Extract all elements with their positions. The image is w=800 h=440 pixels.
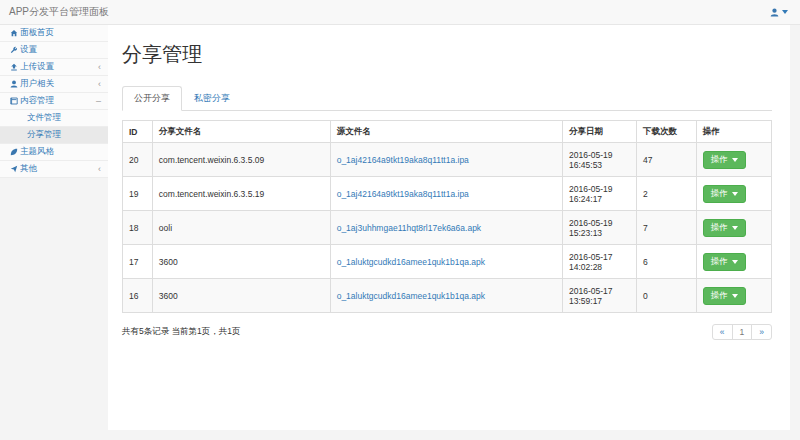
- table-footer: 共有5条记录 当前第1页，共1页 « 1 »: [122, 324, 772, 340]
- pagination-next[interactable]: »: [751, 324, 772, 340]
- caret-down-icon: [732, 226, 738, 230]
- cell-actions: 操作: [696, 245, 771, 279]
- cell-source-name: o_1aj42164a9tkt19aka8q11tt1a.ipa: [330, 177, 562, 211]
- page-layout: 面板首页 设置 上传设置 ‹ 用户相关 ‹ 内容管理 –: [0, 25, 800, 440]
- cell-id: 16: [123, 279, 153, 313]
- pagination-page-1[interactable]: 1: [732, 324, 753, 340]
- table-row: 20 com.tencent.weixin.6.3.5.09 o_1aj4216…: [123, 143, 772, 177]
- cell-source-name: o_1aluktgcudkd16amee1quk1b1qa.apk: [330, 245, 562, 279]
- sidebar-item-label: 上传设置: [20, 61, 98, 73]
- table-row: 16 3600 o_1aluktgcudkd16amee1quk1b1qa.ap…: [123, 279, 772, 313]
- action-button-label: 操作: [711, 290, 728, 302]
- cell-date: 2016-05-17 14:02:28: [563, 245, 637, 279]
- cell-id: 18: [123, 211, 153, 245]
- sidebar-item-theme[interactable]: 主题风格: [0, 144, 108, 161]
- column-header-id: ID: [123, 121, 153, 143]
- home-icon: [10, 29, 20, 37]
- column-header-actions: 操作: [696, 121, 771, 143]
- share-table: ID 分享文件名 源文件名 分享日期 下载次数 操作 20 com.tencen…: [122, 120, 772, 313]
- sidebar-item-settings[interactable]: 设置: [0, 42, 108, 59]
- column-header-source-name: 源文件名: [330, 121, 562, 143]
- cell-downloads: 6: [636, 245, 696, 279]
- sidebar-item-share-management[interactable]: 分享管理: [0, 127, 108, 144]
- column-header-share-name: 分享文件名: [152, 121, 330, 143]
- sidebar-item-upload-settings[interactable]: 上传设置 ‹: [0, 59, 108, 76]
- user-icon: [770, 8, 779, 17]
- action-button-label: 操作: [711, 222, 728, 234]
- source-file-link[interactable]: o_1aluktgcudkd16amee1quk1b1qa.apk: [337, 291, 485, 301]
- cell-downloads: 0: [636, 279, 696, 313]
- action-button-label: 操作: [711, 154, 728, 166]
- tab-private-share[interactable]: 私密分享: [182, 86, 242, 111]
- chevron-left-icon: ‹: [98, 165, 101, 174]
- cell-share-name: ooli: [152, 211, 330, 245]
- source-file-link[interactable]: o_1aj42164a9tkt19aka8q11tt1a.ipa: [337, 155, 469, 165]
- cell-actions: 操作: [696, 211, 771, 245]
- sidebar-item-other[interactable]: 其他 ‹: [0, 161, 108, 178]
- action-dropdown-button[interactable]: 操作: [703, 253, 746, 271]
- action-dropdown-button[interactable]: 操作: [703, 185, 746, 203]
- table-row: 18 ooli o_1aj3uhhmgae11hqt8rl17ek6a6a.ap…: [123, 211, 772, 245]
- top-navbar: APP分发平台管理面板: [0, 0, 800, 25]
- main-content: 分享管理 公开分享 私密分享 ID 分享文件名 源文件名 分享日期 下载次数 操…: [108, 25, 790, 430]
- sidebar-item-label: 面板首页: [20, 27, 101, 39]
- upload-icon: [10, 63, 20, 71]
- action-dropdown-button[interactable]: 操作: [703, 219, 746, 237]
- source-file-link[interactable]: o_1aj3uhhmgae11hqt8rl17ek6a6a.apk: [337, 223, 481, 233]
- sidebar-item-label: 用户相关: [20, 78, 98, 90]
- tab-public-share[interactable]: 公开分享: [122, 86, 182, 111]
- sidebar-item-label: 分享管理: [27, 129, 101, 141]
- app-title: APP分发平台管理面板: [9, 5, 109, 19]
- sidebar-item-label: 其他: [20, 163, 98, 175]
- caret-down-icon: [732, 158, 738, 162]
- cell-actions: 操作: [696, 143, 771, 177]
- user-dropdown[interactable]: [770, 8, 788, 17]
- cell-source-name: o_1aj42164a9tkt19aka8q11tt1a.ipa: [330, 143, 562, 177]
- action-dropdown-button[interactable]: 操作: [703, 151, 746, 169]
- caret-down-icon: [732, 294, 738, 298]
- cell-share-name: 3600: [152, 245, 330, 279]
- cell-share-name: 3600: [152, 279, 330, 313]
- chevron-expanded-icon: –: [96, 97, 101, 106]
- cell-id: 17: [123, 245, 153, 279]
- wrench-icon: [10, 46, 20, 54]
- action-button-label: 操作: [711, 256, 728, 268]
- chevron-left-icon: ‹: [98, 63, 101, 72]
- cell-downloads: 2: [636, 177, 696, 211]
- cell-actions: 操作: [696, 279, 771, 313]
- records-summary: 共有5条记录 当前第1页，共1页: [122, 326, 241, 338]
- theme-icon: [10, 148, 20, 156]
- cell-downloads: 47: [636, 143, 696, 177]
- source-file-link[interactable]: o_1aj42164a9tkt19aka8q11tt1a.ipa: [337, 189, 469, 199]
- sidebar-item-users[interactable]: 用户相关 ‹: [0, 76, 108, 93]
- cell-share-name: com.tencent.weixin.6.3.5.09: [152, 143, 330, 177]
- pagination-prev[interactable]: «: [712, 324, 733, 340]
- chevron-left-icon: ‹: [98, 80, 101, 89]
- sidebar-item-home[interactable]: 面板首页: [0, 25, 108, 42]
- cell-date: 2016-05-17 13:59:17: [563, 279, 637, 313]
- action-button-label: 操作: [711, 188, 728, 200]
- sidebar-item-content-management[interactable]: 内容管理 –: [0, 93, 108, 110]
- cell-downloads: 7: [636, 211, 696, 245]
- source-file-link[interactable]: o_1aluktgcudkd16amee1quk1b1qa.apk: [337, 257, 485, 267]
- sidebar-item-label: 内容管理: [20, 95, 96, 107]
- cell-id: 20: [123, 143, 153, 177]
- cell-share-name: com.tencent.weixin.6.3.5.19: [152, 177, 330, 211]
- chevron-down-icon: [782, 10, 788, 14]
- sidebar: 面板首页 设置 上传设置 ‹ 用户相关 ‹ 内容管理 –: [0, 25, 108, 178]
- column-header-downloads: 下载次数: [636, 121, 696, 143]
- user-icon: [10, 80, 20, 88]
- caret-down-icon: [732, 260, 738, 264]
- cell-date: 2016-05-19 15:23:13: [563, 211, 637, 245]
- send-icon: [10, 165, 20, 173]
- sidebar-item-file-management[interactable]: 文件管理: [0, 110, 108, 127]
- sidebar-item-label: 主题风格: [20, 146, 101, 158]
- action-dropdown-button[interactable]: 操作: [703, 287, 746, 305]
- pagination: « 1 »: [712, 324, 772, 340]
- sidebar-item-label: 设置: [20, 44, 101, 56]
- cell-date: 2016-05-19 16:24:17: [563, 177, 637, 211]
- page-title: 分享管理: [122, 41, 772, 68]
- sidebar-item-label: 文件管理: [27, 112, 101, 124]
- sidebar-menu: 面板首页 设置 上传设置 ‹ 用户相关 ‹ 内容管理 –: [0, 25, 108, 178]
- cell-source-name: o_1aluktgcudkd16amee1quk1b1qa.apk: [330, 279, 562, 313]
